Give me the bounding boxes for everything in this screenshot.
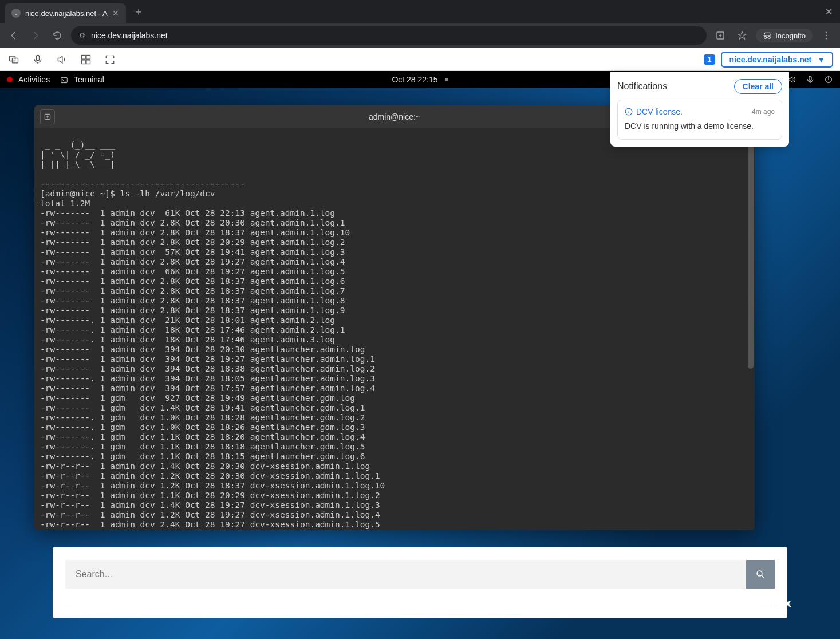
windows-icon[interactable] xyxy=(79,53,93,66)
browser-tab[interactable]: ⌄ nice.dev.naijalabs.net - A ✕ xyxy=(5,3,126,23)
footer-text: inux xyxy=(768,597,791,610)
terminal-scrollbar[interactable] xyxy=(748,128,754,369)
svg-rect-13 xyxy=(809,76,811,80)
back-icon[interactable] xyxy=(6,27,22,44)
clear-all-button[interactable]: Clear all xyxy=(734,79,782,94)
svg-point-16 xyxy=(757,571,762,576)
reload-icon[interactable] xyxy=(49,27,65,44)
svg-point-2 xyxy=(826,35,827,36)
gnome-clock[interactable]: Oct 28 22:15 xyxy=(392,75,448,84)
forward-icon[interactable] xyxy=(27,27,44,44)
notification-card[interactable]: DCV license. 4m ago DCV is running with … xyxy=(617,100,782,140)
activities-button[interactable]: Activities xyxy=(7,75,50,84)
svg-rect-10 xyxy=(86,60,90,64)
notification-link[interactable]: DCV license. xyxy=(625,107,683,116)
incognito-icon xyxy=(763,31,772,40)
tab-close-icon[interactable]: ✕ xyxy=(112,9,119,18)
notifications-panel: Notifications Clear all DCV license. 4m … xyxy=(610,72,789,147)
power-icon[interactable] xyxy=(824,75,833,84)
site-info-icon[interactable]: ⚙ xyxy=(79,31,85,40)
search-input[interactable] xyxy=(65,560,746,589)
chevron-down-icon: ▼ xyxy=(817,55,825,64)
microphone-icon[interactable] xyxy=(31,53,45,66)
svg-point-3 xyxy=(826,38,827,39)
speaker-icon[interactable] xyxy=(55,53,69,66)
notification-count-badge[interactable]: 1 xyxy=(704,54,716,65)
notification-time: 4m ago xyxy=(752,108,775,116)
redhat-icon xyxy=(7,77,13,82)
terminal-title: admin@nice:~ xyxy=(369,112,420,121)
browser-menu-icon[interactable] xyxy=(818,27,834,44)
notification-dot-icon xyxy=(445,78,448,81)
svg-point-1 xyxy=(826,32,827,33)
page-search-area xyxy=(53,547,787,618)
multi-monitor-icon[interactable] xyxy=(7,53,21,66)
notifications-title: Notifications xyxy=(617,81,667,92)
info-icon xyxy=(625,108,633,116)
incognito-badge[interactable]: Incognito xyxy=(756,29,813,42)
divider xyxy=(65,605,775,605)
terminal-new-tab-icon[interactable] xyxy=(40,109,55,124)
terminal-window[interactable]: admin@nice:~ __ _ _ (_)__ ___ | ' \| / _… xyxy=(34,105,755,530)
bookmark-icon[interactable] xyxy=(734,27,750,44)
address-text: nice.dev.naijalabs.net xyxy=(91,31,168,40)
browser-tabbar: ⌄ nice.dev.naijalabs.net - A ✕ ＋ ✕ xyxy=(0,0,840,23)
svg-rect-7 xyxy=(82,55,86,59)
install-icon[interactable] xyxy=(712,27,728,44)
incognito-label: Incognito xyxy=(775,31,806,40)
svg-rect-9 xyxy=(82,60,86,64)
terminal-icon xyxy=(60,76,68,84)
terminal-app-button[interactable]: Terminal xyxy=(60,75,104,84)
svg-rect-8 xyxy=(86,55,90,59)
terminal-body[interactable]: __ _ _ (_)__ ___ | ' \| / _/ -_) |_||_|_… xyxy=(34,128,755,530)
browser-toolbar: ⚙ nice.dev.naijalabs.net Incognito xyxy=(0,23,840,48)
fullscreen-icon[interactable] xyxy=(103,53,117,66)
search-icon xyxy=(755,569,766,579)
mic-icon[interactable] xyxy=(806,75,815,84)
svg-rect-12 xyxy=(61,77,68,82)
new-tab-button[interactable]: ＋ xyxy=(131,3,147,19)
search-button[interactable] xyxy=(746,560,775,589)
dcv-toolbar: 1 nice.dev.naijalabs.net ▼ xyxy=(0,48,840,71)
notification-body: DCV is running with a demo license. xyxy=(625,121,775,132)
remote-desktop[interactable]: Activities Terminal Oct 28 22:15 admin@n… xyxy=(0,71,840,639)
address-bar[interactable]: ⚙ nice.dev.naijalabs.net xyxy=(71,26,707,45)
tab-title: nice.dev.naijalabs.net - A xyxy=(25,9,108,18)
svg-rect-6 xyxy=(37,55,40,60)
window-close-icon[interactable]: ✕ xyxy=(822,5,835,18)
host-selector-label: nice.dev.naijalabs.net xyxy=(729,55,811,64)
host-selector[interactable]: nice.dev.naijalabs.net ▼ xyxy=(721,52,833,68)
tab-favicon-icon: ⌄ xyxy=(11,9,21,18)
